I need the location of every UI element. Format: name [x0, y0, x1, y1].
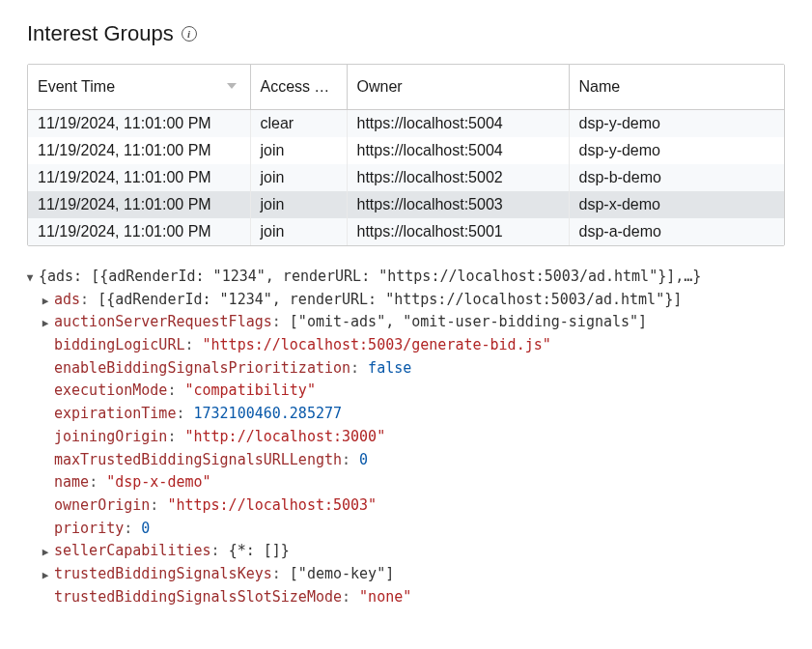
tree-value: "https://localhost:5003" [167, 496, 377, 514]
column-header-event-time[interactable]: Event Time [28, 65, 250, 110]
tree-value: "dsp-x-demo" [106, 473, 210, 491]
tree-value: 1732100460.285277 [194, 405, 343, 422]
tree-root-preview: {ads: [{adRenderId: "1234", renderURL: "… [39, 268, 701, 285]
tree-key: joiningOrigin [54, 428, 167, 445]
cell-event-time: 11/19/2024, 11:01:00 PM [28, 191, 250, 218]
tree-node-biddingLogicURL[interactable]: biddingLogicURL: "https://localhost:5003… [10, 334, 785, 357]
tree-key: trustedBiddingSignalsSlotSizeMode [54, 588, 342, 606]
tree-key: executionMode [54, 381, 167, 399]
tree-node-trustedBiddingSignalsKeys[interactable]: trustedBiddingSignalsKeys: ["demo-key"] [10, 563, 785, 586]
tree-value: false [368, 359, 411, 377]
tree-value: {*: []} [229, 542, 290, 559]
toggle-icon[interactable] [39, 567, 52, 583]
tree-node-auctionServerRequestFlags[interactable]: auctionServerRequestFlags: ["omit-ads", … [10, 311, 785, 334]
sort-desc-icon [225, 77, 238, 95]
tree-value: "none" [359, 588, 411, 606]
tree-value: ["demo-key"] [290, 565, 394, 582]
tree-node-ads[interactable]: ads: [{adRenderId: "1234", renderURL: "h… [10, 289, 785, 312]
cell-name: dsp-y-demo [569, 137, 784, 164]
page-title: Interest Groups [27, 21, 174, 46]
tree-value: ["omit-ads", "omit-user-bidding-signals"… [290, 313, 647, 330]
events-table: Event Time Access Ty… Owner Name [27, 64, 785, 246]
cell-owner: https://localhost:5001 [347, 218, 569, 245]
tree-key: name [54, 473, 89, 491]
tree-node-executionMode[interactable]: executionMode: "compatibility" [10, 380, 785, 403]
column-header-label: Event Time [38, 78, 115, 95]
tree-node-sellerCapabilities[interactable]: sellerCapabilities: {*: []} [10, 540, 785, 563]
object-tree: {ads: [{adRenderId: "1234", renderURL: "… [10, 266, 785, 608]
tree-root[interactable]: {ads: [{adRenderId: "1234", renderURL: "… [10, 266, 785, 289]
tree-value: 0 [141, 520, 150, 537]
cell-owner: https://localhost:5002 [347, 164, 569, 191]
tree-key: sellerCapabilities [54, 542, 211, 559]
tree-value: "compatibility" [184, 381, 315, 399]
cell-name: dsp-y-demo [569, 110, 784, 138]
table-row[interactable]: 11/19/2024, 11:01:00 PM join https://loc… [28, 218, 784, 245]
cell-owner: https://localhost:5004 [347, 110, 569, 138]
tree-value: "https://localhost:5003/generate-bid.js" [203, 336, 551, 353]
table-row[interactable]: 11/19/2024, 11:01:00 PM join https://loc… [28, 164, 784, 191]
tree-node-trustedBiddingSignalsSlotSizeMode[interactable]: trustedBiddingSignalsSlotSizeMode: "none… [10, 586, 785, 609]
tree-key: auctionServerRequestFlags [54, 313, 272, 330]
tree-node-priority[interactable]: priority: 0 [10, 518, 785, 541]
cell-access-type: join [250, 218, 347, 245]
column-header-label: Name [579, 78, 621, 95]
cell-owner: https://localhost:5004 [347, 137, 569, 164]
tree-node-enableBiddingSignalsPrioritization[interactable]: enableBiddingSignalsPrioritization: fals… [10, 357, 785, 381]
cell-event-time: 11/19/2024, 11:01:00 PM [28, 110, 250, 138]
tree-key: ads [54, 291, 80, 308]
toggle-icon[interactable] [39, 544, 52, 560]
cell-access-type: clear [250, 110, 347, 138]
tree-node-name[interactable]: name: "dsp-x-demo" [10, 471, 785, 494]
tree-value: 0 [359, 451, 368, 468]
tree-node-maxTrustedBiddingSignalsURLLength[interactable]: maxTrustedBiddingSignalsURLLength: 0 [10, 449, 785, 472]
tree-key: expirationTime [54, 405, 176, 422]
tree-key: ownerOrigin [54, 496, 150, 514]
toggle-icon[interactable] [23, 269, 37, 286]
cell-access-type: join [250, 191, 347, 218]
tree-key: priority [54, 520, 124, 537]
cell-owner: https://localhost:5003 [347, 191, 569, 218]
column-header-owner[interactable]: Owner [347, 65, 569, 110]
cell-access-type: join [250, 137, 347, 164]
tree-key: enableBiddingSignalsPrioritization [54, 359, 350, 377]
table-row[interactable]: 11/19/2024, 11:01:00 PM join https://loc… [28, 191, 784, 218]
tree-key: biddingLogicURL [54, 336, 184, 353]
tree-node-expirationTime[interactable]: expirationTime: 1732100460.285277 [10, 403, 785, 426]
column-header-name[interactable]: Name [569, 65, 784, 110]
info-icon[interactable]: i [182, 26, 197, 42]
table-row[interactable]: 11/19/2024, 11:01:00 PM clear https://lo… [28, 110, 784, 138]
cell-event-time: 11/19/2024, 11:01:00 PM [28, 218, 250, 245]
cell-access-type: join [250, 164, 347, 191]
tree-key: trustedBiddingSignalsKeys [54, 565, 272, 582]
tree-key: maxTrustedBiddingSignalsURLLength [54, 451, 342, 468]
tree-node-joiningOrigin[interactable]: joiningOrigin: "http://localhost:3000" [10, 426, 785, 449]
toggle-icon[interactable] [39, 315, 52, 331]
column-header-access-type[interactable]: Access Ty… [250, 65, 347, 110]
toggle-icon[interactable] [39, 293, 52, 309]
column-header-label: Access Ty… [261, 78, 347, 95]
cell-name: dsp-a-demo [569, 218, 784, 245]
tree-node-ownerOrigin[interactable]: ownerOrigin: "https://localhost:5003" [10, 494, 785, 518]
cell-name: dsp-x-demo [569, 191, 784, 218]
cell-event-time: 11/19/2024, 11:01:00 PM [28, 164, 250, 191]
tree-value: [{adRenderId: "1234", renderURL: "https:… [98, 291, 682, 308]
table-row[interactable]: 11/19/2024, 11:01:00 PM join https://loc… [28, 137, 784, 164]
column-header-label: Owner [357, 78, 403, 95]
tree-value: "http://localhost:3000" [184, 428, 385, 445]
cell-name: dsp-b-demo [569, 164, 784, 191]
cell-event-time: 11/19/2024, 11:01:00 PM [28, 137, 250, 164]
section-heading: Interest Groups i [27, 21, 785, 46]
